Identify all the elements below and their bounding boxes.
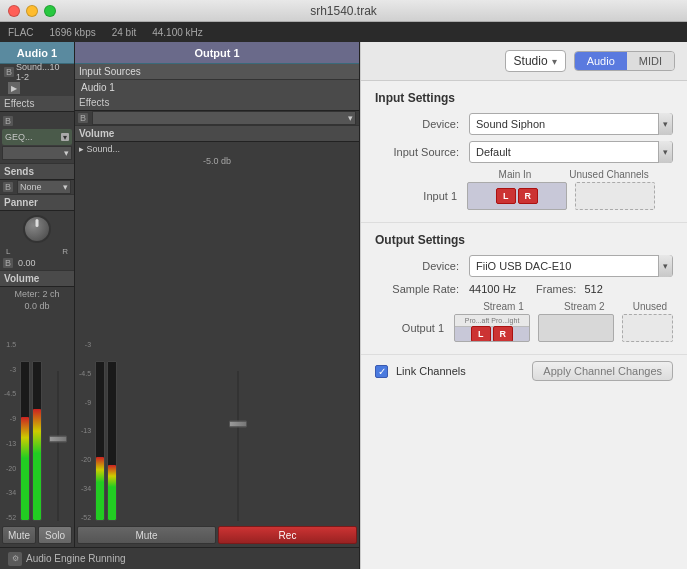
track1-expand-arrow[interactable]: ▶ <box>8 82 20 94</box>
track1-db-value: 0.0 db <box>0 301 74 311</box>
track2-mute-button[interactable]: Mute <box>77 526 216 544</box>
track1-arrow-row: ▶ <box>0 80 74 96</box>
track1-meters: 1.5 -3 -4.5 -9 -13 -20 -34 -52 <box>0 311 74 523</box>
output-device-dropdown[interactable]: FiiO USB DAC-E10 ▾ <box>469 255 673 277</box>
input-device-dropdown[interactable]: Sound Siphon ▾ <box>469 113 673 135</box>
input1-row: Input 1 L R <box>375 182 673 210</box>
engine-status: Audio Engine Running <box>26 553 126 564</box>
track1-plugin-dropdown[interactable]: ▾ <box>2 146 72 160</box>
output1-stream1-box[interactable]: Pro...aft Pro...ight L R <box>454 314 530 342</box>
output-channel-diagram: Stream 1 Stream 2 Unused Output 1 Pro...… <box>375 301 673 342</box>
input-device-dropdown-arrow: ▾ <box>658 113 672 135</box>
link-channels-checkbox[interactable]: ✓ <box>375 365 388 378</box>
input1-channel-box[interactable]: L R <box>467 182 567 210</box>
input-settings-section: Input Settings Device: Sound Siphon ▾ In… <box>361 81 687 223</box>
track2-fader-handle[interactable] <box>229 420 247 427</box>
track-output1: Output 1 Input Sources Audio 1 Effects B… <box>75 42 359 547</box>
track2-sound-label: ▸ Sound... <box>75 142 359 156</box>
statusbar-bottom: ⚙ Audio Engine Running <box>0 547 359 569</box>
input-channel-diagram: Main In Unused Channels Input 1 L R <box>375 169 673 210</box>
track2-source-item: Audio 1 <box>75 80 359 95</box>
track2-rec-button[interactable]: Rec <box>218 526 357 544</box>
track1-plugin-slot[interactable]: GEQ... ▾ <box>2 129 72 145</box>
stream2-header: Stream 2 <box>546 301 623 312</box>
output-unused-header: Unused <box>627 301 673 312</box>
input-source-dropdown[interactable]: Default ▾ <box>469 141 673 163</box>
traffic-lights <box>8 5 56 17</box>
track1-buttons: Mute Solo <box>0 523 74 547</box>
track1-fader[interactable] <box>44 371 72 521</box>
engine-icon: ⚙ <box>8 552 22 566</box>
track1-sends-dropdown[interactable]: None ▾ <box>17 180 71 194</box>
close-button[interactable] <box>8 5 20 17</box>
preset-dropdown-arrow: ▾ <box>552 56 557 67</box>
track1-panner-knob[interactable] <box>23 215 51 243</box>
track1-io-label: Sound...10 1-2 <box>16 62 70 82</box>
track1-panner-value: 0.00 <box>18 258 36 268</box>
settings-top: Studio ▾ Audio MIDI <box>361 42 687 81</box>
track1-panner-label: Panner <box>0 194 74 211</box>
titlebar: srh1540.trak <box>0 0 687 22</box>
output-samplerate-label: Sample Rate: <box>375 283 465 295</box>
audio-settings-panel: Studio ▾ Audio MIDI Input Settings Devic… <box>360 42 687 569</box>
input1-R-button[interactable]: R <box>518 188 539 204</box>
input-device-row: Device: Sound Siphon ▾ <box>375 113 673 135</box>
unused-channels-header: Unused Channels <box>569 169 649 180</box>
track2-fader[interactable] <box>119 371 357 521</box>
output-settings-section: Output Settings Device: FiiO USB DAC-E10… <box>361 223 687 355</box>
input-settings-title: Input Settings <box>375 91 673 105</box>
track1-fader-handle[interactable] <box>49 435 67 442</box>
track2-meters: -3 -4.5 -9 -13 -20 -34 -52 <box>75 166 359 523</box>
track1-effects-label: Effects <box>0 96 74 112</box>
samplerate-status: 44.100 kHz <box>152 27 203 38</box>
output-samplerate-value: 44100 Hz <box>469 283 516 295</box>
frames-label: Frames: <box>536 283 576 295</box>
track2-input-sources-label: Input Sources <box>75 64 359 80</box>
track2-db-value: -5.0 db <box>75 156 359 166</box>
input-device-label: Device: <box>375 118 465 130</box>
frames-value: 512 <box>584 283 602 295</box>
output-settings-title: Output Settings <box>375 233 673 247</box>
link-channels-row: ✓ Link Channels Apply Channel Changes <box>361 355 687 387</box>
bitrate-status: 1696 kbps <box>50 27 96 38</box>
output-samplerate-row: Sample Rate: 44100 Hz Frames: 512 <box>375 283 673 295</box>
track2-effects-dropdown[interactable]: ▾ <box>92 111 356 125</box>
output1-L-button[interactable]: L <box>471 326 491 342</box>
input-source-row: Input Source: Default ▾ <box>375 141 673 163</box>
bitdepth-status: 24 bit <box>112 27 136 38</box>
track-audio1: Audio 1 B Sound...10 1-2 ▶ Effects B <box>0 42 75 547</box>
db-scale: 1.5 -3 -4.5 -9 -13 -20 -34 -52 <box>2 341 18 521</box>
track2-effects-label: Effects <box>75 95 359 111</box>
output1-label: Output 1 <box>375 322 450 334</box>
track1-io[interactable]: B Sound...10 1-2 <box>0 64 74 80</box>
output1-row: Output 1 Pro...aft Pro...ight L R <box>375 314 673 342</box>
output1-stream2-box <box>538 314 614 342</box>
track2-meter-left <box>96 457 104 520</box>
window-title: srh1540.trak <box>310 4 377 18</box>
mixer-panel: Audio 1 B Sound...10 1-2 ▶ Effects B <box>0 42 360 569</box>
track2-header: Output 1 <box>75 42 359 64</box>
output-device-row: Device: FiiO USB DAC-E10 ▾ <box>375 255 673 277</box>
track2-buttons: Mute Rec <box>75 523 359 547</box>
link-channels-label: Link Channels <box>396 365 466 377</box>
track1-effects: B GEQ... ▾ ▾ <box>0 112 74 163</box>
meter-left <box>21 417 29 520</box>
meter-right <box>33 409 41 520</box>
tab-midi[interactable]: MIDI <box>627 52 674 70</box>
track1-meter-label: Meter: 2 ch <box>0 287 74 301</box>
main-in-header: Main In <box>465 169 565 180</box>
input1-unused-box <box>575 182 655 210</box>
format-status: FLAC <box>8 27 34 38</box>
maximize-button[interactable] <box>44 5 56 17</box>
track1-solo-button[interactable]: Solo <box>38 526 72 544</box>
input1-L-button[interactable]: L <box>496 188 516 204</box>
preset-dropdown[interactable]: Studio ▾ <box>505 50 566 72</box>
track1-mute-button[interactable]: Mute <box>2 526 36 544</box>
track1-sends-label: Sends <box>0 163 74 180</box>
main-content: Audio 1 B Sound...10 1-2 ▶ Effects B <box>0 42 687 569</box>
apply-channel-changes-button[interactable]: Apply Channel Changes <box>532 361 673 381</box>
minimize-button[interactable] <box>26 5 38 17</box>
tab-audio[interactable]: Audio <box>575 52 627 70</box>
output1-R-button[interactable]: R <box>493 326 514 342</box>
track2-volume-label: Volume <box>75 125 359 142</box>
